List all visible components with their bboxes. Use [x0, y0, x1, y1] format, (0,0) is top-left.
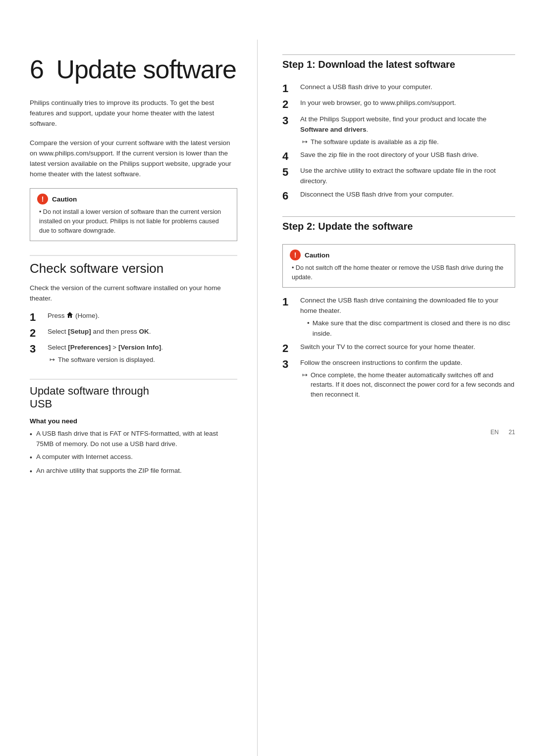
step2-number-3: 3	[282, 358, 296, 371]
caution-title-1: Caution	[52, 196, 77, 203]
step1-content-2: In your web browser, go to www.philips.c…	[300, 98, 515, 108]
step2-item-1: 1 Connect the USB flash drive containing…	[282, 296, 515, 339]
step2-text-2: Switch your TV to the correct source for…	[300, 343, 475, 351]
home-icon	[66, 311, 73, 318]
bullet-dot-3: •	[30, 466, 32, 477]
what-you-need-title: What you need	[30, 417, 237, 425]
intro-paragraph-2: Compare the version of your current soft…	[30, 138, 237, 180]
step2-arrow-text-3: Once complete, the home theater automati…	[311, 370, 515, 400]
usb-requirement-1: • A USB flash drive that is FAT or NTFS-…	[30, 429, 237, 450]
check-step-text-3: Select [Preferences] > [Version Info].	[48, 344, 163, 351]
check-software-description: Check the version of the current softwar…	[30, 283, 237, 304]
step1-number-2: 2	[282, 98, 296, 111]
step1-item-6: 6 Disconnect the USB flash drive from yo…	[282, 190, 515, 202]
usb-requirement-text-3: An archive utility that supports the ZIP…	[36, 466, 182, 476]
usb-requirement-3: • An archive utility that supports the Z…	[30, 466, 237, 477]
page: 6 Update software Philips continually tr…	[0, 20, 535, 756]
step1-number-6: 6	[282, 190, 296, 202]
check-software-section: Check software version Check the version…	[30, 255, 237, 365]
left-column: 6 Update software Philips continually tr…	[0, 40, 258, 756]
caution-box-2: ! Caution • Do not switch off the home t…	[282, 244, 515, 288]
check-step-content-2: Select [Setup] and then press OK.	[48, 327, 237, 337]
step1-title: Step 1: Download the latest software	[282, 54, 515, 74]
footer-lang: EN	[490, 429, 499, 436]
check-step-arrow-text-3: The software version is displayed.	[58, 355, 155, 365]
caution-bullet-dot-2: •	[292, 264, 296, 271]
bullet-dot-2: •	[30, 453, 32, 463]
step1-list: 1 Connect a USB flash drive to your comp…	[282, 82, 515, 202]
caution-bullet-dot-1: •	[39, 208, 43, 215]
caution-title-2: Caution	[305, 252, 329, 259]
step1-text-6: Disconnect the USB flash drive from your…	[300, 191, 454, 198]
step1-text-3a: At the Philips Support website, find you…	[300, 115, 486, 123]
page-footer: EN 21	[282, 429, 515, 436]
step1-number-5: 5	[282, 166, 296, 179]
step2-content-2: Switch your TV to the correct source for…	[300, 342, 515, 353]
step1-text-3b: .	[367, 126, 369, 133]
step1-text-2: In your web browser, go to www.philips.c…	[300, 99, 456, 106]
check-step-number-2: 2	[30, 327, 44, 340]
usb-title-line2: USB	[30, 398, 52, 410]
step1-item-5: 5 Use the archive utility to extract the…	[282, 166, 515, 187]
arrow-icon-s2-3: ↦	[302, 370, 308, 380]
step2-section: Step 2: Update the software ! Caution • …	[282, 216, 515, 399]
step2-content-1: Connect the USB flash drive containing t…	[300, 296, 515, 339]
step2-item-3: 3 Follow the onscreen instructions to co…	[282, 358, 515, 399]
usb-section-title: Update software through USB	[30, 379, 237, 410]
step1-text-4: Save the zip file in the root directory …	[300, 151, 479, 158]
footer-page: 21	[509, 429, 515, 436]
usb-requirement-2: • A computer with Internet access.	[30, 452, 237, 463]
caution-bullet-text-2: Do not switch off the home theater or re…	[292, 264, 503, 281]
check-step-text-1b: (Home).	[75, 312, 100, 319]
step1-content-4: Save the zip file in the root directory …	[300, 150, 515, 160]
chapter-number: 6	[30, 55, 44, 84]
step1-item-4: 4 Save the zip file in the root director…	[282, 150, 515, 163]
usb-title-line1: Update software through	[30, 385, 149, 397]
caution-text-1: • Do not install a lower version of soft…	[37, 207, 230, 235]
step2-arrow-3: ↦ Once complete, the home theater automa…	[300, 370, 515, 400]
check-step-1: 1 Press (Home).	[30, 311, 237, 324]
step2-content-3: Follow the onscreen instructions to conf…	[300, 358, 515, 399]
check-step-3: 3 Select [Preferences] > [Version Info].…	[30, 343, 237, 365]
caution-icon-1: !	[37, 194, 48, 204]
check-step-text-2: Select [Setup] and then press OK.	[48, 328, 151, 335]
step1-number-3: 3	[282, 114, 296, 127]
what-you-need-list: • A USB flash drive that is FAT or NTFS-…	[30, 429, 237, 477]
caution-header-2: ! Caution	[290, 250, 508, 260]
chapter-title-text: Update software	[56, 55, 236, 84]
arrow-icon-3: ↦	[50, 355, 55, 365]
step1-bold-3: Software and drivers	[300, 126, 367, 133]
step1-item-3: 3 At the Philips Support website, find y…	[282, 114, 515, 147]
step2-subbullet-text-1: Make sure that the disc compartment is c…	[313, 318, 515, 339]
step1-text-1: Connect a USB flash drive to your comput…	[300, 83, 432, 91]
check-step-number-3: 3	[30, 343, 44, 355]
step1-content-5: Use the archive utility to extract the s…	[300, 166, 515, 187]
step1-content-1: Connect a USB flash drive to your comput…	[300, 82, 515, 93]
step2-subbullet-1: • Make sure that the disc compartment is…	[300, 318, 515, 339]
step2-number-1: 1	[282, 296, 296, 308]
bullet-dot-1: •	[30, 429, 32, 440]
step2-text-3: Follow the onscreen instructions to conf…	[300, 359, 462, 366]
step1-item-2: 2 In your web browser, go to www.philips…	[282, 98, 515, 111]
step2-item-2: 2 Switch your TV to the correct source f…	[282, 342, 515, 355]
step2-number-2: 2	[282, 342, 296, 355]
check-step-content-1: Press (Home).	[48, 311, 237, 321]
caution-header-1: ! Caution	[37, 194, 230, 204]
check-step-2: 2 Select [Setup] and then press OK.	[30, 327, 237, 340]
step2-title: Step 2: Update the software	[282, 216, 515, 236]
step1-content-3: At the Philips Support website, find you…	[300, 114, 515, 147]
step2-list: 1 Connect the USB flash drive containing…	[282, 296, 515, 400]
caution-text-2: • Do not switch off the home theater or …	[290, 263, 508, 282]
arrow-icon-s1-3: ↦	[302, 137, 308, 147]
chapter-title: 6 Update software	[30, 54, 237, 84]
step1-number-4: 4	[282, 150, 296, 163]
step1-content-6: Disconnect the USB flash drive from your…	[300, 190, 515, 200]
footer-spacer	[500, 429, 507, 436]
usb-section: Update software through USB What you nee…	[30, 379, 237, 477]
check-software-title: Check software version	[30, 255, 237, 276]
step1-arrow-text-3: The software update is available as a zi…	[311, 137, 439, 147]
intro-paragraph-1: Philips continually tries to improve its…	[30, 98, 237, 129]
step1-text-5: Use the archive utility to extract the s…	[300, 167, 496, 185]
caution-box-1: ! Caution • Do not install a lower versi…	[30, 188, 237, 241]
right-column: Step 1: Download the latest software 1 C…	[258, 40, 535, 756]
